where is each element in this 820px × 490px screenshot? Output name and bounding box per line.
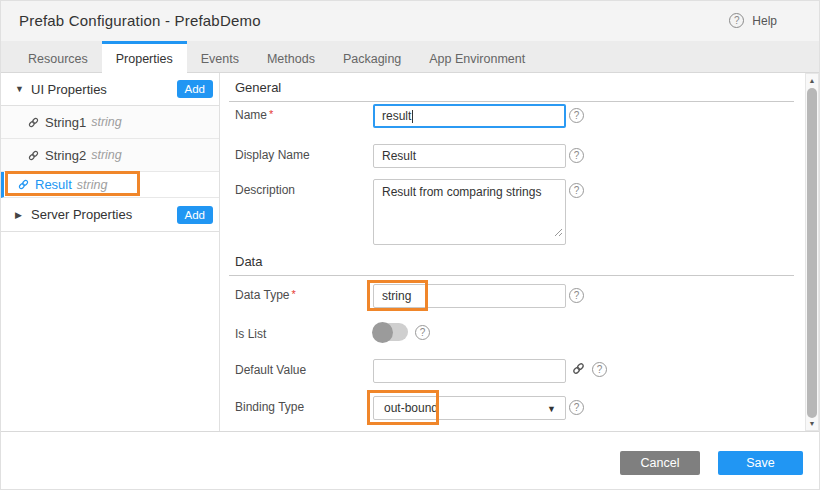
name-input[interactable]: result [373, 104, 566, 128]
sidebar-item-result[interactable]: Result string [1, 172, 219, 198]
is-list-help-icon[interactable]: ? [415, 325, 430, 340]
data-type-input[interactable]: string [373, 284, 566, 308]
tab-packaging[interactable]: Packaging [329, 41, 415, 73]
form-scrollbar[interactable]: ▲ ▼ [805, 73, 819, 431]
required-asterisk: * [269, 108, 273, 120]
property-type: string [91, 148, 122, 162]
tab-strip: Resources Properties Events Methods Pack… [14, 41, 539, 73]
property-type: string [91, 115, 122, 129]
binding-type-label: Binding Type [235, 400, 304, 414]
text-caret [412, 110, 413, 123]
display-name-help-icon[interactable]: ? [569, 148, 584, 163]
collapse-caret-down-icon[interactable]: ▼ [15, 84, 27, 94]
default-value-label: Default Value [235, 363, 306, 377]
binding-type-help-icon[interactable]: ? [569, 400, 584, 415]
dialog-footer: Cancel Save [1, 431, 820, 490]
server-properties-label: Server Properties [31, 207, 177, 222]
resize-grip-icon[interactable] [554, 226, 563, 242]
property-name: String2 [45, 148, 86, 163]
display-name-label: Display Name [235, 148, 310, 162]
help-circle-icon: ? [729, 13, 744, 28]
scroll-down-icon[interactable]: ▼ [806, 420, 818, 427]
binding-type-select[interactable]: out-bound ▼ [373, 396, 566, 420]
display-name-input[interactable]: Result [373, 144, 566, 168]
collapse-caret-right-icon[interactable]: ▶ [15, 210, 27, 220]
add-ui-property-button[interactable]: Add [177, 80, 213, 98]
sidebar-section-server-properties[interactable]: ▶ Server Properties Add [1, 198, 219, 232]
default-value-input[interactable] [373, 359, 566, 383]
is-list-label: Is List [235, 327, 266, 341]
data-type-label: Data Type* [235, 288, 296, 302]
help-button[interactable]: ? Help [729, 13, 777, 28]
toggle-knob [372, 322, 393, 343]
add-server-property-button[interactable]: Add [177, 206, 213, 224]
link-icon [27, 116, 40, 129]
sidebar-section-ui-properties[interactable]: ▼ UI Properties Add [1, 73, 219, 106]
ui-properties-label: UI Properties [31, 82, 177, 97]
required-asterisk: * [291, 288, 295, 300]
save-button[interactable]: Save [718, 451, 803, 475]
scrollbar-thumb[interactable] [807, 88, 817, 418]
property-name: Result [35, 177, 72, 192]
description-label: Description [235, 183, 295, 197]
sidebar-item-string1[interactable]: String1 string [1, 106, 219, 139]
prefab-configuration-dialog: Prefab Configuration - PrefabDemo ? Help… [0, 0, 820, 490]
dropdown-arrow-icon: ▼ [547, 404, 556, 414]
link-icon [17, 178, 30, 191]
title-bar: Prefab Configuration - PrefabDemo ? Help [1, 1, 820, 41]
property-name: String1 [45, 115, 86, 130]
sidebar-item-string2[interactable]: String2 string [1, 139, 219, 172]
tab-events[interactable]: Events [187, 41, 253, 73]
link-icon [27, 149, 40, 162]
cancel-button[interactable]: Cancel [620, 451, 700, 475]
data-type-help-icon[interactable]: ? [569, 288, 584, 303]
help-label: Help [752, 14, 777, 28]
section-heading-data: Data [229, 254, 794, 276]
default-value-help-icon[interactable]: ? [592, 362, 607, 377]
tab-methods[interactable]: Methods [253, 41, 329, 73]
is-list-toggle[interactable] [373, 323, 408, 341]
scroll-up-icon[interactable]: ▲ [806, 77, 818, 84]
description-textarea[interactable]: Result from comparing strings [373, 179, 566, 245]
bind-property-link-icon[interactable] [571, 361, 586, 380]
tab-resources[interactable]: Resources [14, 41, 102, 73]
section-heading-general: General [229, 80, 794, 102]
description-help-icon[interactable]: ? [569, 183, 584, 198]
name-label: Name* [235, 108, 273, 122]
dialog-title: Prefab Configuration - PrefabDemo [19, 12, 261, 29]
tab-app-environment[interactable]: App Environment [415, 41, 539, 73]
name-help-icon[interactable]: ? [569, 108, 584, 123]
property-type: string [77, 178, 108, 192]
tab-properties[interactable]: Properties [102, 41, 187, 73]
